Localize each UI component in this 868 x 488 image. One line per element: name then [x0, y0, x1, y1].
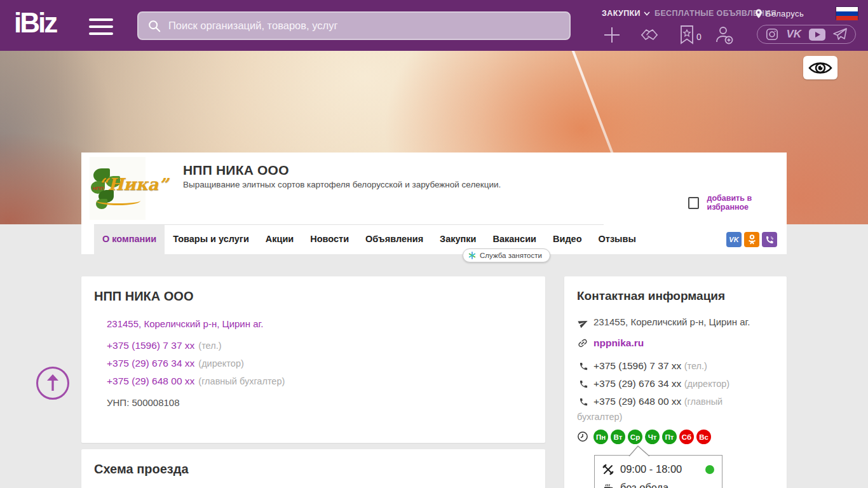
scroll-to-top-button[interactable]	[36, 367, 69, 400]
about-company-card: НПП НИКА ООО 231455, Кореличский р-н, Ци…	[81, 276, 545, 443]
eye-icon	[808, 60, 832, 76]
nav-country-label: Беларусь	[766, 9, 804, 18]
accessibility-eye-button[interactable]	[803, 56, 837, 79]
clock-icon	[577, 431, 588, 442]
tab-reviews[interactable]: Отзывы	[590, 224, 644, 254]
contact-phone-row: +375 (1596) 7 37 xx (тел.)	[577, 358, 737, 374]
phone-note: (тел.)	[684, 361, 707, 371]
company-description: Выращивание элитных сортов картофеля бел…	[183, 180, 501, 189]
company-name: НПП НИКА ООО	[183, 163, 289, 178]
tab-promotions[interactable]: Акции	[257, 224, 302, 254]
vk-share-button[interactable]: VK	[726, 232, 742, 247]
tab-ads[interactable]: Объявления	[357, 224, 431, 254]
contact-info-card: Контактная информация 231455, Кореличски…	[564, 276, 787, 488]
tools-icon	[602, 464, 614, 475]
add-plus-icon[interactable]	[601, 24, 623, 46]
day-badge-fri: Пт	[662, 430, 677, 444]
handshake-icon[interactable]	[639, 24, 661, 46]
search-input[interactable]	[168, 20, 560, 32]
search-icon	[147, 19, 161, 33]
working-hours: 09:00 - 18:00	[620, 463, 682, 475]
chevron-down-icon	[644, 11, 650, 16]
top-header: iBiz ЗАКУПКИ БЕСПЛАТНЫЕ ОБЪЯВЛЕНИЯ Белар…	[0, 0, 868, 51]
tab-about[interactable]: О компании	[94, 224, 165, 254]
tooltip-pointer	[628, 445, 651, 456]
contact-address: 231455, Кореличский р-н, Цирин аг.	[593, 316, 750, 327]
employment-service-badge[interactable]: Служба занятости	[463, 248, 550, 262]
day-badge-mon: Пн	[593, 430, 608, 444]
working-hours-tooltip: 09:00 - 18:00 без обеда	[594, 455, 722, 488]
favorite-label: добавить в избранное	[707, 194, 787, 212]
company-logo[interactable]: НПП “Ника”	[90, 157, 146, 220]
day-badge-sun: Вс	[696, 430, 711, 444]
nav-zakupki[interactable]: ЗАКУПКИ	[602, 9, 650, 18]
phone-note: (директор)	[684, 379, 729, 389]
coffee-cup-icon	[602, 482, 614, 488]
instagram-icon[interactable]	[765, 27, 779, 41]
contact-phone-row: +375 (29) 676 34 xx (директор)	[577, 376, 737, 391]
language-flag-russia[interactable]	[836, 6, 858, 20]
company-header-card: НПП “Ника” НПП НИКА ООО Выращивание элит…	[81, 152, 787, 254]
tab-products[interactable]: Товары и услуги	[165, 224, 257, 254]
lunch-label: без обеда	[620, 482, 668, 488]
phone-row: +375 (29) 676 34 xx(директор)	[107, 358, 244, 369]
contact-phone-row: +375 (29) 648 00 xx (главный бухгалтер)	[577, 394, 737, 424]
add-user-icon[interactable]	[713, 24, 735, 46]
driving-directions-card: Схема проезда	[81, 449, 545, 488]
working-days: Пн Вт Ср Чт Пт Сб Вс	[593, 430, 711, 444]
odnoklassniki-share-button[interactable]	[744, 232, 759, 247]
open-now-indicator	[705, 465, 714, 474]
about-address-link[interactable]: 231455, Кореличский р-н, Цирин аг.	[107, 318, 263, 329]
day-badge-thu: Чт	[645, 430, 660, 444]
search-bar	[137, 11, 571, 40]
hamburger-menu-icon[interactable]	[89, 18, 113, 35]
location-pin-icon	[755, 9, 763, 18]
company-logo-nika-text: “Ника”	[98, 175, 168, 194]
youtube-icon[interactable]	[809, 29, 825, 41]
telegram-icon[interactable]	[832, 27, 848, 41]
day-badge-tue: Вт	[611, 430, 625, 444]
unp-number: УНП: 500008108	[107, 397, 180, 408]
phone-link[interactable]: +375 (1596) 7 37 xx	[107, 340, 194, 351]
add-to-favorites[interactable]: добавить в избранное	[688, 194, 787, 212]
navigation-arrow-icon	[578, 317, 589, 329]
employment-service-icon	[468, 252, 476, 259]
vk-icon[interactable]: VK	[786, 28, 801, 41]
link-icon	[577, 337, 588, 349]
phone-number[interactable]: +375 (29) 648 00 xx	[593, 396, 681, 407]
phone-number[interactable]: +375 (1596) 7 37 xx	[593, 360, 681, 371]
company-tab-bar: О компании Товары и услуги Акции Новости…	[81, 224, 787, 254]
day-badge-wed: Ср	[628, 430, 642, 444]
favorite-checkbox[interactable]	[688, 197, 699, 209]
phone-link[interactable]: +375 (29) 648 00 xx	[107, 376, 194, 386]
company-website-link[interactable]: nppnika.ru	[593, 337, 644, 349]
day-badge-sat: Сб	[679, 430, 694, 444]
company-social-buttons: VK	[726, 232, 777, 247]
phone-link[interactable]: +375 (29) 676 34 xx	[107, 358, 194, 369]
employment-service-label: Служба занятости	[480, 252, 542, 259]
viber-button[interactable]	[762, 232, 777, 247]
lunch-row: без обеда	[602, 482, 714, 488]
header-social-group: VK	[757, 25, 856, 44]
nav-country[interactable]: Беларусь	[755, 9, 804, 18]
phone-note: (директор)	[198, 358, 243, 369]
tab-news[interactable]: Новости	[302, 224, 357, 254]
phone-row: +375 (29) 648 00 xx(главный бухгалтер)	[107, 376, 285, 387]
phone-number[interactable]: +375 (29) 676 34 xx	[593, 378, 681, 389]
nav-zakupki-label: ЗАКУПКИ	[602, 9, 641, 18]
phone-row: +375 (1596) 7 37 xx(тел.)	[107, 340, 222, 351]
favorites-count: 0	[696, 32, 702, 42]
about-title: НПП НИКА ООО	[94, 289, 193, 304]
contact-title: Контактная информация	[577, 289, 725, 303]
logo-swoosh	[96, 196, 140, 205]
phone-note: (тел.)	[198, 341, 221, 351]
hours-row: 09:00 - 18:00	[602, 463, 714, 475]
map-title: Схема проезда	[94, 462, 189, 477]
arrow-up-icon	[46, 374, 60, 392]
tabbar-divider	[94, 224, 604, 225]
site-logo[interactable]: iBiz	[14, 7, 56, 39]
favorites-bookmark-icon[interactable]	[676, 24, 698, 46]
tab-video[interactable]: Видео	[545, 224, 590, 254]
phone-note: (главный бухгалтер)	[198, 376, 285, 386]
